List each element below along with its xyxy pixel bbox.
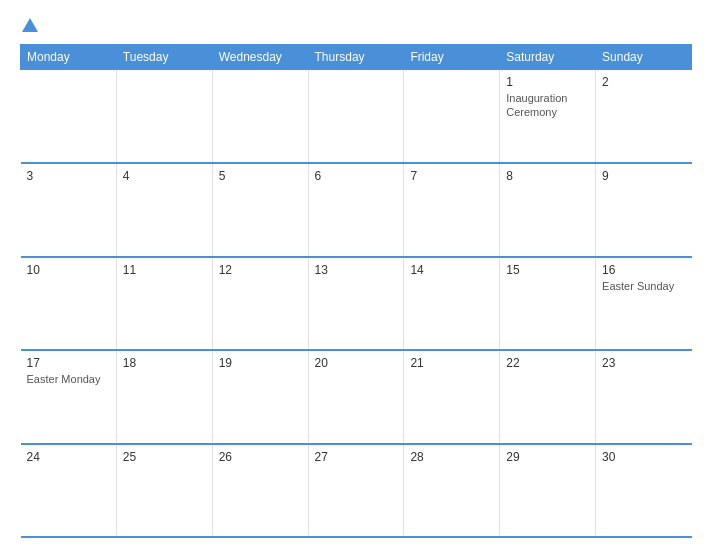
day-number: 27 — [315, 450, 398, 464]
day-cell: 12 — [212, 257, 308, 351]
col-header-monday: Monday — [21, 45, 117, 70]
week-row-3: 10111213141516Easter Sunday — [21, 257, 692, 351]
day-number: 20 — [315, 356, 398, 370]
day-number: 19 — [219, 356, 302, 370]
logo-triangle-icon — [22, 18, 38, 32]
day-cell: 6 — [308, 163, 404, 257]
day-cell: 15 — [500, 257, 596, 351]
day-cell: 3 — [21, 163, 117, 257]
day-cell: 11 — [116, 257, 212, 351]
day-number: 1 — [506, 75, 589, 89]
week-row-2: 3456789 — [21, 163, 692, 257]
day-number: 21 — [410, 356, 493, 370]
day-number: 3 — [27, 169, 110, 183]
day-cell: 30 — [596, 444, 692, 538]
day-number: 17 — [27, 356, 110, 370]
day-cell: 24 — [21, 444, 117, 538]
day-number: 15 — [506, 263, 589, 277]
day-cell: 27 — [308, 444, 404, 538]
day-cell: 7 — [404, 163, 500, 257]
day-cell — [116, 70, 212, 164]
day-number: 23 — [602, 356, 685, 370]
day-cell: 20 — [308, 350, 404, 444]
day-cell: 23 — [596, 350, 692, 444]
day-cell: 28 — [404, 444, 500, 538]
day-cell: 26 — [212, 444, 308, 538]
day-cell: 2 — [596, 70, 692, 164]
day-number: 26 — [219, 450, 302, 464]
day-cell: 5 — [212, 163, 308, 257]
day-number: 22 — [506, 356, 589, 370]
day-number: 25 — [123, 450, 206, 464]
day-cell: 25 — [116, 444, 212, 538]
calendar-header-row: MondayTuesdayWednesdayThursdayFridaySatu… — [21, 45, 692, 70]
day-event: Easter Sunday — [602, 279, 685, 293]
day-cell: 22 — [500, 350, 596, 444]
day-number: 11 — [123, 263, 206, 277]
day-number: 4 — [123, 169, 206, 183]
day-number: 8 — [506, 169, 589, 183]
col-header-sunday: Sunday — [596, 45, 692, 70]
week-row-4: 17Easter Monday181920212223 — [21, 350, 692, 444]
day-cell — [308, 70, 404, 164]
week-row-1: 1Inauguration Ceremony2 — [21, 70, 692, 164]
week-row-5: 24252627282930 — [21, 444, 692, 538]
day-cell: 1Inauguration Ceremony — [500, 70, 596, 164]
day-number: 16 — [602, 263, 685, 277]
day-cell: 9 — [596, 163, 692, 257]
day-cell: 10 — [21, 257, 117, 351]
calendar-page: MondayTuesdayWednesdayThursdayFridaySatu… — [0, 0, 712, 550]
day-event: Inauguration Ceremony — [506, 91, 589, 120]
col-header-tuesday: Tuesday — [116, 45, 212, 70]
day-cell: 16Easter Sunday — [596, 257, 692, 351]
col-header-saturday: Saturday — [500, 45, 596, 70]
day-cell — [21, 70, 117, 164]
day-cell: 14 — [404, 257, 500, 351]
col-header-thursday: Thursday — [308, 45, 404, 70]
day-number: 6 — [315, 169, 398, 183]
day-number: 10 — [27, 263, 110, 277]
day-number: 28 — [410, 450, 493, 464]
day-cell — [212, 70, 308, 164]
col-header-friday: Friday — [404, 45, 500, 70]
day-number: 29 — [506, 450, 589, 464]
day-number: 5 — [219, 169, 302, 183]
day-number: 9 — [602, 169, 685, 183]
calendar-header — [20, 18, 692, 34]
day-event: Easter Monday — [27, 372, 110, 386]
day-cell: 13 — [308, 257, 404, 351]
day-number: 7 — [410, 169, 493, 183]
day-cell: 17Easter Monday — [21, 350, 117, 444]
day-number: 12 — [219, 263, 302, 277]
logo — [20, 18, 38, 34]
day-number: 24 — [27, 450, 110, 464]
day-number: 18 — [123, 356, 206, 370]
day-cell: 8 — [500, 163, 596, 257]
day-cell: 21 — [404, 350, 500, 444]
day-cell: 4 — [116, 163, 212, 257]
col-header-wednesday: Wednesday — [212, 45, 308, 70]
day-cell — [404, 70, 500, 164]
day-number: 13 — [315, 263, 398, 277]
day-number: 2 — [602, 75, 685, 89]
day-cell: 29 — [500, 444, 596, 538]
day-number: 14 — [410, 263, 493, 277]
day-cell: 18 — [116, 350, 212, 444]
day-number: 30 — [602, 450, 685, 464]
day-cell: 19 — [212, 350, 308, 444]
calendar-table: MondayTuesdayWednesdayThursdayFridaySatu… — [20, 44, 692, 538]
